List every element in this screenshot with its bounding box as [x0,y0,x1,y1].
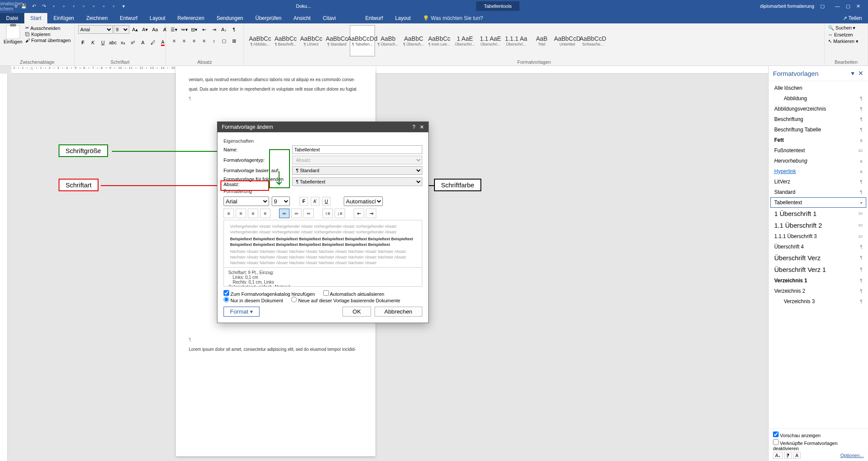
style-list-item[interactable]: Abbildungsverzeichnis¶ [770,104,866,114]
dlg-spacing15-icon[interactable]: ═ [291,209,302,218]
next-style-select[interactable]: ¶ Tabellentext [292,177,422,186]
borders-icon[interactable]: ⊞ [229,36,239,45]
dialog-underline-icon[interactable]: U [322,197,331,206]
auto-update-checkbox[interactable]: Automatisch aktualisieren [323,291,385,297]
font-name-select[interactable]: Arial [78,25,113,34]
dlg-justify-icon[interactable]: ≡ [260,209,270,218]
maximize-icon[interactable]: ▢ [846,3,850,9]
tab-view[interactable]: Ansicht [287,13,316,23]
style-gallery-item[interactable]: 1.1 AaEÜberschri... [478,25,503,56]
bullets-icon[interactable]: ☰▾ [169,25,179,34]
clear-all-button[interactable]: Alle löschen [770,83,866,93]
style-list-item[interactable]: Hervorhebunga [770,156,866,166]
dlg-space-before-dn-icon[interactable]: ↓≡ [335,209,345,218]
dialog-close-icon[interactable]: ✕ [420,124,424,130]
select-button[interactable]: ↖ Markieren ▾ [828,39,858,44]
style-list-item[interactable]: 1 Überschrift 1⮒ [770,208,866,219]
ok-button[interactable]: OK [342,307,371,317]
help-icon[interactable]: ? [412,124,415,130]
align-right-icon[interactable]: ≡ [189,36,199,45]
change-case-icon[interactable]: Aa [150,25,160,34]
copy-button[interactable]: ⿻ Kopieren [25,32,71,37]
style-list-item[interactable]: Tabellentext▾ [770,197,866,208]
qat-icon[interactable]: ▫ [89,1,99,11]
save-icon[interactable]: 💾 [19,1,29,11]
tab-references[interactable]: Referenzen [171,13,210,23]
multilevel-icon[interactable]: ⊟▾ [189,25,199,34]
superscript-icon[interactable]: x² [128,38,138,47]
tab-file[interactable]: Datei [0,13,24,23]
style-list-item[interactable]: Beschriftung¶ [770,114,866,124]
outdent-icon[interactable]: ⇤ [199,25,209,34]
replace-button[interactable]: ↔ Ersetzen [828,32,858,37]
shrink-font-icon[interactable]: A▾ [140,25,150,34]
only-document-radio[interactable]: Nur in diesem Dokument [224,298,283,303]
style-name-input[interactable] [292,145,422,154]
style-gallery-item[interactable]: AaBbCcDSchwache... [580,25,605,56]
style-gallery-item[interactable]: AaBbCc¶ Standard [324,25,349,56]
style-list-item[interactable]: Verzeichnis 2¶ [770,286,866,296]
style-list-item[interactable]: Überschrift Verz¶ [770,252,866,264]
style-gallery-item[interactable]: 1.1.1 AaÜberschri... [503,25,529,56]
tab-citavi[interactable]: Citavi [317,13,342,23]
style-list-item[interactable]: Überschrift Verz 1¶ [770,264,866,275]
style-gallery-item[interactable]: AaBbCc¶ Abbildu... [247,25,273,56]
style-list-item[interactable]: 1.1 Überschrift 2⮒ [770,219,866,231]
tab-table-layout[interactable]: Layout [389,13,417,23]
style-gallery-item[interactable]: AaBTitel [529,25,554,56]
underline-icon[interactable]: U [98,38,108,47]
tab-insert[interactable]: Einfügen [47,13,80,23]
sort-icon[interactable]: A↓ [219,25,229,34]
close-icon[interactable]: ✕ [856,3,860,9]
style-gallery-item[interactable]: AaBbC¶ Übersch... [401,25,426,56]
paste-button[interactable]: Einfügen [3,25,23,44]
styles-gallery[interactable]: AaBbCc¶ Abbildu...AaBbCc¶ Beschrift...Aa… [247,25,821,56]
find-button[interactable]: 🔍 Suchen ▾ [828,25,858,31]
style-list-item[interactable]: 1.1.1 Überschrift 3⮒ [770,231,866,242]
italic-icon[interactable]: K [88,38,98,47]
dlg-spacing1-icon[interactable]: ═ [279,209,289,218]
minimize-icon[interactable]: — [835,3,840,9]
style-gallery-item[interactable]: AaBbCc¶ LitVerz [299,25,324,56]
style-list-item[interactable]: Fußnotentext⮒ [770,145,866,156]
font-size-select[interactable]: 9 [114,25,129,34]
style-gallery-item[interactable]: AaBbCcDd¶ Tabellen... [350,25,375,56]
based-on-select[interactable]: ¶ Standard [292,166,422,175]
options-link[interactable]: Optionen... [840,453,864,458]
dialog-bold-icon[interactable]: F [299,197,308,206]
dlg-indent-right-icon[interactable]: ⇥ [366,209,376,218]
show-preview-checkbox[interactable]: Vorschau anzeigen [773,432,864,438]
qat-icon[interactable]: ▫ [79,1,89,11]
style-gallery-item[interactable]: 1 AaEÜberschri... [452,25,477,56]
disable-linked-checkbox[interactable]: Verknüpfte Formatvorlagen deaktivieren [773,439,864,451]
cancel-button[interactable]: Abbrechen [375,307,422,317]
pane-close-icon[interactable]: ✕ [858,69,864,77]
qat-more-icon[interactable]: ▾ [119,1,128,11]
shading-icon[interactable]: ▢ [219,36,229,45]
style-list-item[interactable]: Überschrift 4¶ [770,242,866,252]
line-spacing-icon[interactable]: ↕ [209,36,219,45]
dlg-align-right-icon[interactable]: ≡ [248,209,258,218]
dialog-size-select[interactable]: 9 [272,196,290,206]
manage-styles-icon[interactable]: A [793,452,800,459]
bold-icon[interactable]: F [78,38,88,47]
style-inspector-icon[interactable]: ⁋ [784,452,792,459]
align-center-icon[interactable]: ≡ [179,36,189,45]
tab-draw[interactable]: Zeichnen [80,13,114,23]
add-to-gallery-checkbox[interactable]: Zum Formatvorlagenkatalog hinzufügen [224,291,315,297]
qat-icon[interactable]: ▫ [69,1,79,11]
subscript-icon[interactable]: x₂ [118,38,128,47]
pane-options-icon[interactable]: ▾ [851,69,855,77]
qat-icon[interactable]: ▫ [99,1,108,11]
dlg-align-left-icon[interactable]: ≡ [224,209,234,218]
share-button[interactable]: ↗ Teilen [837,13,868,23]
dlg-space-before-up-icon[interactable]: ↑≡ [322,209,333,218]
text-effect-icon[interactable]: A [138,38,148,47]
tab-review[interactable]: Überprüfen [249,13,287,23]
style-type-select[interactable]: Absatz [292,156,422,164]
tell-me[interactable]: 💡 Was möchten Sie tun? [417,13,489,23]
tab-design[interactable]: Entwurf [114,13,144,23]
autosave-toggle[interactable]: Automatisches Speichern ⭘ [3,1,19,11]
dlg-spacing2-icon[interactable]: ═ [303,209,314,218]
highlight-icon[interactable]: 🖊 [148,38,158,47]
